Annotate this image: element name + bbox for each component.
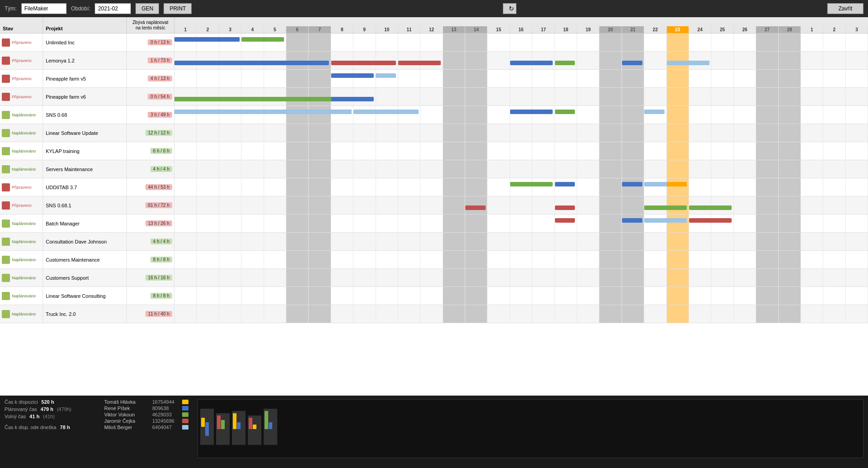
gantt-row[interactable]: PřipravenoUDDIITAB 3.744 h / 53 h — [0, 178, 868, 196]
team-table: Tomáš Hlávka16754944René Píšek809638Vikt… — [104, 399, 188, 431]
day-cell — [734, 52, 756, 69]
gantt-row[interactable]: NaplánovánoKYLAP training6 h / 6 h — [0, 142, 868, 160]
day-cell — [264, 160, 286, 178]
gantt-row[interactable]: PřipravenoUnlimited Inc0 h / 13 h — [0, 33, 868, 52]
cal-header-day-9: 9 — [353, 26, 376, 33]
day-cell — [443, 52, 465, 69]
cal-header-day-17: 17 — [532, 26, 555, 33]
day-cell — [398, 88, 420, 105]
cal-header-day-15: 15 — [487, 26, 510, 33]
cal-header-day-21: 21 — [622, 26, 644, 33]
cal-header-day-20: 20 — [599, 26, 622, 33]
cell-zbyvat: 12 h / 12 h — [127, 124, 174, 142]
day-cell — [555, 142, 577, 160]
gantt-row[interactable]: NaplánovánoConsultation Dave Johnson4 h … — [0, 233, 868, 251]
day-cell — [331, 70, 353, 87]
gen-button[interactable]: GEN — [135, 3, 159, 14]
day-cell — [555, 233, 577, 250]
gantt-row[interactable]: PřipravenoSNS 0.68.161 h / 72 h — [0, 196, 868, 215]
cell-calendar — [174, 215, 868, 232]
day-cell — [555, 106, 577, 124]
day-cell — [734, 88, 756, 105]
day-cell — [219, 124, 241, 142]
day-cell — [264, 287, 286, 305]
day-cell — [398, 305, 420, 323]
gantt-bar — [331, 61, 396, 65]
day-cell — [398, 233, 420, 250]
gantt-row[interactable]: NaplánovánoTruck Inc. 2.011 h / 40 h — [0, 305, 868, 323]
gantt-row[interactable]: PřipravenoPineapple farm v60 h / 54 h — [0, 88, 868, 106]
gantt-row[interactable]: NaplánovánoBatch Manager13 h / 26 h — [0, 215, 868, 233]
day-cell — [532, 70, 555, 87]
day-cell — [197, 251, 219, 268]
day-cell — [510, 287, 532, 305]
day-cell — [197, 287, 219, 305]
day-cell — [644, 287, 666, 305]
gantt-row[interactable]: NaplánovánoCustomers Maintenance8 h / 8 … — [0, 251, 868, 269]
cal-header-day-4: 4 — [241, 26, 264, 33]
day-cell — [846, 88, 868, 105]
day-cell — [599, 160, 622, 178]
day-cell — [644, 142, 666, 160]
day-cell — [756, 305, 778, 323]
day-cell — [174, 305, 197, 323]
day-cell — [174, 178, 197, 196]
day-cell — [309, 215, 331, 232]
day-cell — [846, 142, 868, 160]
gantt-row[interactable]: NaplánovánoLinear Software Consulting8 h… — [0, 287, 868, 305]
day-cell — [264, 196, 286, 214]
obdobi-input[interactable] — [95, 3, 131, 14]
day-cell — [711, 160, 733, 178]
cell-calendar — [174, 305, 868, 323]
gantt-bar — [555, 205, 575, 210]
day-cell — [487, 233, 510, 250]
cell-zbyvat: 13 h / 26 h — [127, 215, 174, 232]
gantt-row[interactable]: PřipravenoPineapple farm v54 h / 13 h — [0, 70, 868, 88]
zbyvat-badge: 6 h / 6 h — [150, 148, 172, 154]
team-member-name: Miloš Berger — [104, 425, 149, 430]
cell-stav: Naplánováno — [0, 287, 43, 305]
status-text: Naplánováno — [12, 294, 36, 298]
day-cell — [331, 233, 353, 250]
day-cell — [331, 269, 353, 287]
day-cell — [555, 70, 577, 87]
gantt-row[interactable]: NaplánovánoSNS 0.683 h / 49 h — [0, 106, 868, 124]
svg-rect-0 — [198, 400, 863, 458]
zavrit-button[interactable]: Zavřít — [827, 3, 863, 14]
zbyvat-badge: 0 h / 54 h — [148, 94, 172, 100]
day-cell — [734, 106, 756, 124]
day-cell — [353, 70, 376, 87]
cell-stav: Naplánováno — [0, 269, 43, 287]
team-member-name: Viktor Vokoun — [104, 412, 149, 417]
day-cell — [644, 52, 666, 69]
cell-projekt: Pineapple farm v6 — [43, 88, 127, 105]
cal-header-day-1: 1 — [801, 26, 823, 33]
gantt-row[interactable]: PřipravenoLemonya 1.21 h / 73 h — [0, 52, 868, 70]
day-cell — [241, 33, 264, 51]
day-cell — [353, 287, 376, 305]
main-content: Stav Projekt Zbývá naplánovat na tento m… — [0, 17, 868, 468]
day-cell — [443, 142, 465, 160]
day-cell — [667, 33, 689, 51]
tym-input[interactable] — [21, 3, 67, 14]
day-cell — [846, 269, 868, 287]
day-cell — [286, 142, 309, 160]
cell-stav: Naplánováno — [0, 215, 43, 232]
gantt-row[interactable]: NaplánovánoCustomers Support16 h / 16 h — [0, 269, 868, 287]
cal-header-day-2: 2 — [197, 26, 219, 33]
zbyvat-badge: 4 h / 13 h — [148, 76, 172, 81]
print-button[interactable]: PRINT — [164, 3, 192, 14]
day-cell — [823, 88, 845, 105]
day-cell — [532, 233, 555, 250]
day-cell — [779, 269, 801, 287]
day-cell — [353, 196, 376, 214]
day-cell — [622, 124, 644, 142]
day-cell — [174, 215, 197, 232]
cal-header-day-24: 24 — [689, 26, 711, 33]
day-cell — [487, 269, 510, 287]
gantt-row[interactable]: NaplánovánoLinear Software Update12 h / … — [0, 124, 868, 142]
day-cell — [577, 142, 599, 160]
day-cell — [264, 106, 286, 124]
refresh-button[interactable]: ↻ — [503, 3, 516, 14]
gantt-row[interactable]: NaplánovánoServers Maintenance4 h / 4 h — [0, 160, 868, 178]
